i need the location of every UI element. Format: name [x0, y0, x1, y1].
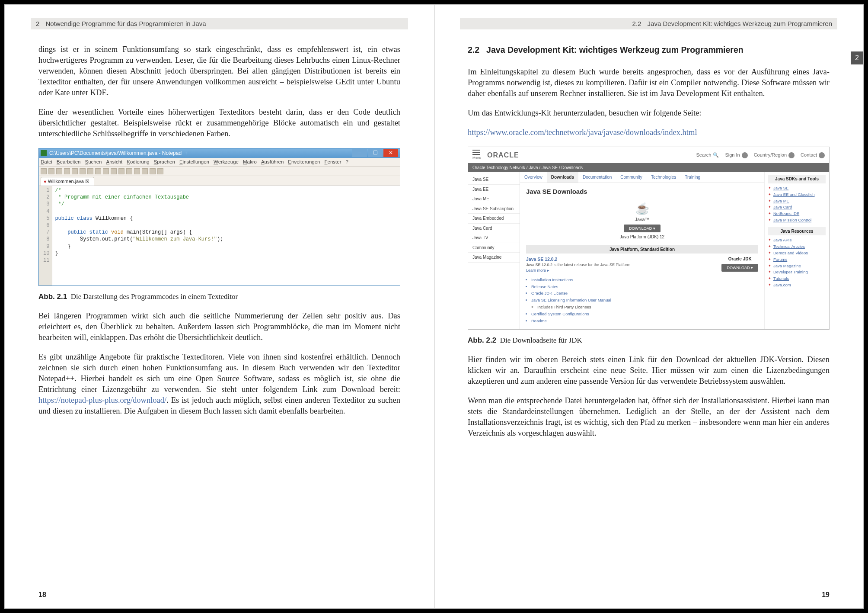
menu-item[interactable]: Ansicht — [106, 159, 123, 166]
menu-item[interactable]: Fenster — [325, 159, 341, 166]
downloads-heading: Java SE Downloads — [520, 183, 764, 198]
tab-documentation[interactable]: Documentation — [578, 172, 616, 183]
search-link[interactable]: Search 🔍 — [696, 152, 719, 158]
menu-item[interactable]: ? — [346, 159, 348, 166]
list-item[interactable]: Readme — [531, 318, 758, 324]
book-spread: 2 Notwendige Programme für das Programmi… — [4, 4, 864, 609]
menu-item[interactable]: Datei — [41, 159, 52, 166]
nav-item[interactable]: Java Embedded — [468, 214, 520, 224]
toolbar-icon[interactable] — [111, 168, 117, 174]
oracle-link[interactable]: https://www.oracle.com/technetwork/java/… — [468, 128, 697, 137]
menu-item[interactable]: Erweiterungen — [288, 159, 320, 166]
tab-training[interactable]: Training — [680, 172, 705, 183]
right-content: 2.2Java Development Kit: wichtiges Werkz… — [460, 44, 837, 439]
tab-overview[interactable]: Overview — [520, 172, 547, 183]
nav-item[interactable]: Java TV — [468, 233, 520, 243]
menu-item[interactable]: Kodierung — [127, 159, 149, 166]
download-button[interactable]: DOWNLOAD ▾ — [624, 225, 661, 232]
maximize-button[interactable]: ☐ — [368, 149, 383, 157]
toolbar-icon[interactable] — [150, 168, 156, 174]
java-name: Java™ — [520, 216, 764, 223]
jdk-download-button[interactable]: DOWNLOAD ▾ — [721, 264, 758, 272]
toolbar-icon[interactable] — [56, 168, 62, 174]
signin-link[interactable]: Sign In — [725, 152, 747, 158]
toolbar-icon[interactable] — [103, 168, 109, 174]
close-button[interactable]: ✕ — [383, 149, 398, 157]
platform-label: Java Platform (JDK) 12 — [520, 234, 764, 240]
hamburger-menu[interactable]: Menu — [472, 150, 481, 160]
toolbar-icon[interactable] — [41, 168, 47, 174]
toolbar-icon[interactable] — [126, 168, 132, 174]
toolbar-icon[interactable] — [80, 168, 86, 174]
sidebar-link[interactable]: Java APIs — [768, 237, 826, 244]
sidebar-link[interactable]: NetBeans IDE — [768, 211, 826, 217]
menu-item[interactable]: Bearbeiten — [57, 159, 81, 166]
notepad-link[interactable]: https://notepad-plus-plus.org/download/ — [38, 396, 166, 404]
list-item[interactable]: Java SE Licensing Information User Manua… — [531, 298, 758, 303]
sidebar-link[interactable]: Java Mission Control — [768, 217, 826, 224]
nav-item[interactable]: Java SE — [468, 175, 520, 185]
toolbar-icon[interactable] — [64, 168, 70, 174]
list-item[interactable]: Release Notes — [531, 284, 758, 290]
oracle-url: https://www.oracle.com/technetwork/java/… — [468, 127, 830, 138]
nav-item[interactable]: Community — [468, 243, 520, 253]
nav-item[interactable]: Java ME — [468, 194, 520, 204]
toolbar-icon[interactable] — [72, 168, 78, 174]
tab-community[interactable]: Community — [616, 172, 647, 183]
sidebar-link[interactable]: Java Magazine — [768, 263, 826, 270]
sidebar-link[interactable]: Java SE — [768, 185, 826, 192]
nav-item[interactable]: Java SE Subscription — [468, 204, 520, 214]
oracle-logo: ORACLE — [487, 151, 519, 160]
menu-item[interactable]: Ausführen — [261, 159, 284, 166]
sidebar-link[interactable]: Tutorials — [768, 276, 826, 282]
java-download-block: ☕ Java™ DOWNLOAD ▾ Java Platform (JDK) 1… — [520, 198, 764, 242]
sidebar-link[interactable]: Java Card — [768, 204, 826, 211]
sidebar-link[interactable]: Java EE and Glassfish — [768, 192, 826, 198]
line-number-gutter: 1 2 3 4 5 6 7 8 9 10 11 — [39, 186, 52, 286]
paragraph: Eine der wesentlichen Vorteile eines höh… — [38, 107, 400, 139]
code-body[interactable]: /* * Programm mit einer einfachen Textau… — [52, 186, 400, 286]
editor-tabbar: ● Willkommen.java ☒ — [39, 176, 400, 186]
user-icon — [742, 152, 748, 158]
tab-technologies[interactable]: Technologies — [647, 172, 680, 183]
oracle-leftnav: Java SE Java EE Java ME Java SE Subscrip… — [468, 172, 520, 329]
sidebar-link[interactable]: Java.com — [768, 282, 826, 289]
sidebar-link[interactable]: Technical Articles — [768, 244, 826, 250]
paragraph: dings ist er in seinem Funktionsumfang s… — [38, 44, 400, 98]
menu-item[interactable]: Sprachen — [154, 159, 175, 166]
nav-item[interactable]: Java Magazine — [468, 253, 520, 263]
toolbar-icon[interactable] — [157, 168, 163, 174]
toolbar-icon[interactable] — [87, 168, 93, 174]
country-link[interactable]: Country/Region — [754, 152, 795, 158]
sidebar-link[interactable]: Developer Training — [768, 269, 826, 276]
list-item[interactable]: Oracle JDK License — [531, 291, 758, 296]
page-number: 19 — [822, 591, 830, 599]
menu-item[interactable]: Werkzeuge — [214, 159, 239, 166]
nav-item[interactable]: Java EE — [468, 185, 520, 195]
toolbar-icon[interactable] — [142, 168, 148, 174]
minimize-button[interactable]: – — [352, 149, 367, 157]
learn-more-link[interactable]: Learn more ▸ — [526, 268, 717, 273]
nav-item[interactable]: Java Card — [468, 224, 520, 234]
editor-titlebar: C:\Users\PC\Documents\java\Willkommen.ja… — [39, 148, 400, 158]
list-item[interactable]: Installation Instructions — [531, 277, 758, 283]
sidebar-link[interactable]: Java ME — [768, 198, 826, 205]
toolbar-icon[interactable] — [118, 168, 124, 174]
sidebar-link[interactable]: Forums — [768, 257, 826, 263]
toolbar-icon[interactable] — [134, 168, 140, 174]
toolbar-icon[interactable] — [95, 168, 101, 174]
toolbar-icon[interactable] — [48, 168, 54, 174]
running-head-right: 2.2 Java Development Kit: wichtiges Werk… — [460, 18, 837, 29]
editor-tab[interactable]: ● Willkommen.java ☒ — [41, 177, 94, 186]
tab-downloads[interactable]: Downloads — [547, 172, 578, 183]
menu-item[interactable]: Einstellungen — [179, 159, 209, 166]
menu-item[interactable]: Makro — [243, 159, 257, 166]
window-title: C:\Users\PC\Documents\java\Willkommen.ja… — [49, 150, 351, 157]
sidebar-link[interactable]: Demos and Videos — [768, 250, 826, 257]
list-item[interactable]: Certified System Configurations — [531, 311, 758, 317]
editor-menubar: Datei Bearbeiten Suchen Ansicht Kodierun… — [39, 158, 400, 167]
release-title[interactable]: Java SE 12.0.2 — [526, 256, 717, 262]
contact-link[interactable]: Contact — [801, 152, 825, 158]
menu-item[interactable]: Suchen — [85, 159, 102, 166]
chapter-number: 2 — [36, 20, 39, 27]
